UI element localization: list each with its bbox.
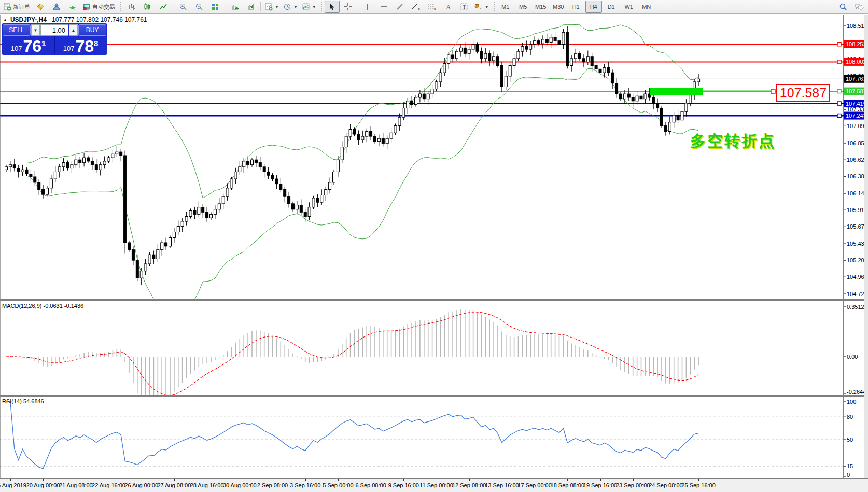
- window-right-edge: [864, 15, 868, 492]
- toolbar-grip: [119, 2, 121, 11]
- timeframe-mn-button[interactable]: MN: [638, 1, 655, 13]
- zoom-out-icon: [195, 3, 203, 11]
- channel-button[interactable]: E: [409, 1, 424, 13]
- time-label: 11 Sep 00:00: [419, 482, 453, 488]
- collapse-icon[interactable]: ▲: [3, 18, 7, 22]
- zoom-in-button[interactable]: [175, 1, 190, 13]
- volume-decrease-button[interactable]: ▼: [31, 24, 40, 36]
- trendline-icon: [396, 3, 404, 11]
- svg-text:80: 80: [847, 414, 853, 420]
- timeframe-w1-button[interactable]: W1: [621, 1, 637, 13]
- macd-panel[interactable]: 0.35120.00-0.2644: [0, 301, 868, 395]
- tile-windows-button[interactable]: [207, 1, 222, 13]
- candlestick-icon: [143, 3, 151, 11]
- gold-diamond-icon: [36, 3, 45, 11]
- time-label: 26 Aug 00:00: [124, 482, 158, 488]
- time-tick: [567, 479, 568, 481]
- timeframe-d1-button[interactable]: D1: [603, 1, 620, 13]
- time-tick: [371, 479, 371, 481]
- search-icon: [839, 3, 847, 11]
- timeframe-m5-button[interactable]: M5: [515, 1, 531, 13]
- market-watch-button[interactable]: [49, 1, 64, 13]
- time-tick: [109, 479, 109, 481]
- svg-text:F: F: [434, 8, 436, 11]
- timeframe-h4-button[interactable]: H4: [585, 1, 602, 13]
- time-label: 28 Aug 16:00: [190, 482, 224, 488]
- svg-text:108.252: 108.252: [846, 41, 866, 47]
- time-label: 20 Aug 00:00: [26, 482, 60, 488]
- time-tick: [666, 479, 666, 481]
- price-callout-box[interactable]: 107.587: [776, 84, 830, 102]
- chat-button[interactable]: [851, 1, 866, 13]
- bar-chart-icon: [127, 3, 135, 11]
- horizontal-line-icon: [380, 3, 388, 11]
- zoom-out-button[interactable]: [191, 1, 206, 13]
- buy-price-pip: 8: [94, 39, 98, 48]
- buy-price[interactable]: 107 78 8: [55, 36, 106, 54]
- svg-text:0.00: 0.00: [847, 354, 858, 360]
- timeframe-h1-button[interactable]: H1: [568, 1, 584, 13]
- indicators-icon: [302, 3, 310, 11]
- toolbar-separator: [260, 2, 261, 11]
- timeframe-m30-button[interactable]: M30: [550, 1, 567, 13]
- buy-price-big: 78: [75, 38, 94, 54]
- time-tick: [403, 479, 404, 481]
- turning-point-note[interactable]: 多空转折点: [690, 131, 776, 152]
- text-label-button[interactable]: T: [457, 1, 472, 13]
- gold-diamond-button[interactable]: [33, 1, 48, 13]
- time-axis[interactable]: 16 Aug 201920 Aug 00:0021 Aug 08:0022 Au…: [0, 478, 868, 492]
- chevron-down-icon: ▼: [293, 5, 298, 9]
- cursor-button[interactable]: [325, 1, 340, 13]
- autotrading-button[interactable]: 自动交易: [81, 1, 117, 13]
- toolbar-separator: [225, 2, 225, 11]
- periods-button[interactable]: ▼: [282, 1, 299, 13]
- rsi-panel[interactable]: 1008050150: [0, 397, 868, 478]
- bar-chart-button[interactable]: [123, 1, 138, 13]
- search-button[interactable]: [835, 1, 850, 13]
- new-chart-icon: [264, 3, 273, 11]
- timeframe-group: M1M5M15M30H1H4D1W1MN: [497, 1, 655, 13]
- toolbar: 新订单 自动交易: [0, 0, 868, 14]
- buy-button[interactable]: BUY: [78, 24, 106, 36]
- auto-scroll-button[interactable]: [227, 1, 242, 13]
- ohlc-open: 107.777: [52, 16, 74, 23]
- time-tick: [600, 479, 601, 481]
- signals-button[interactable]: [65, 1, 80, 13]
- auto-scroll-icon: [231, 3, 239, 11]
- toolbar-grip: [320, 2, 323, 11]
- fibonacci-button[interactable]: F: [425, 1, 440, 13]
- time-tick: [469, 479, 470, 481]
- volume-input[interactable]: 1.00: [40, 24, 68, 36]
- line-chart-button[interactable]: [156, 1, 171, 13]
- time-tick: [207, 479, 207, 481]
- symbol-period-label: USDJPY-,H4: [10, 16, 47, 23]
- chart-shift-button[interactable]: [243, 1, 258, 13]
- timeframe-m1-button[interactable]: M1: [497, 1, 514, 13]
- autotrading-icon: [82, 3, 91, 11]
- time-label: 3 Sep 16:00: [290, 482, 320, 488]
- trendline-button[interactable]: [393, 1, 408, 13]
- macd-main-value: -0.0631: [43, 303, 62, 309]
- arrows-icon: [474, 3, 483, 11]
- text-button[interactable]: A: [441, 1, 456, 13]
- sell-price[interactable]: 107 76 1: [3, 36, 54, 54]
- new-chart-button[interactable]: ▼: [263, 1, 281, 13]
- candlestick-button[interactable]: [139, 1, 155, 13]
- horizontal-line-button[interactable]: [376, 1, 391, 13]
- svg-text:T: T: [463, 4, 466, 10]
- new-order-button[interactable]: 新订单: [2, 1, 32, 13]
- fibonacci-icon: F: [427, 3, 437, 11]
- crosshair-button[interactable]: [341, 1, 356, 13]
- main-chart[interactable]: 108.510108.275108.040107.800107.565107.3…: [0, 15, 868, 299]
- toolbar-grip: [493, 2, 495, 11]
- arrows-button[interactable]: ▼: [473, 1, 491, 13]
- new-order-icon: [3, 3, 11, 11]
- timeframe-m15-button[interactable]: M15: [533, 1, 549, 13]
- vertical-line-button[interactable]: [360, 1, 375, 13]
- svg-text:107.587: 107.587: [846, 88, 866, 94]
- volume-increase-button[interactable]: ▲: [69, 24, 78, 36]
- time-tick: [698, 479, 699, 481]
- sell-button[interactable]: SELL: [3, 24, 31, 36]
- indicators-button[interactable]: ▼: [300, 1, 318, 13]
- chevron-down-icon: ▼: [485, 5, 489, 9]
